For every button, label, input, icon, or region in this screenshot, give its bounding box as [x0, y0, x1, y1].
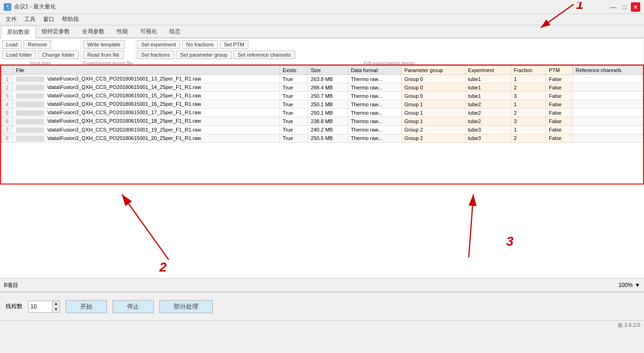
set-parameter-group-button[interactable]: Set parameter group [176, 51, 232, 59]
tab-group-params[interactable]: 组特定参数 [36, 25, 76, 38]
table-row[interactable]: 5 \data\Fusion3_QXH_CCS_PO20180615001_17… [1, 109, 643, 117]
col-header-ref: Reference channels [573, 66, 643, 75]
cell-exists: True [279, 75, 307, 83]
no-fractions-button[interactable]: No fractions [182, 40, 218, 49]
set-ptm-button[interactable]: Set PTM [220, 40, 248, 49]
close-button[interactable]: ✕ [631, 2, 640, 12]
set-experiment-button[interactable]: Set experiment [137, 40, 180, 49]
bottom-panel: 线程数 ▲ ▼ 开始 停止 部分处理 [0, 292, 644, 320]
maximize-button[interactable]: □ [620, 2, 629, 12]
table-row[interactable]: 3 \data\Fusion3_QXH_CCS_PO20180615001_15… [1, 92, 643, 100]
items-count: 8项目 [4, 281, 18, 289]
write-template-button[interactable]: Write template [83, 40, 125, 49]
toolbar-row-6: Set fractions Set parameter group Set re… [137, 50, 642, 60]
status-bar: 8项目 100% ▼ [0, 278, 644, 292]
cell-file: \data\Fusion3_QXH_CCS_PO20180615001_13_2… [13, 75, 280, 83]
load-button[interactable]: Load [2, 40, 22, 49]
tab-performance[interactable]: 性能 [111, 25, 134, 38]
cell-group: Group 0 [401, 92, 465, 100]
start-button[interactable]: 开始 [66, 300, 107, 313]
cell-size: 263.8 MB [308, 75, 348, 83]
cell-experiment: tube1 [465, 75, 511, 83]
table-row[interactable]: 2 \data\Fusion3_QXH_CCS_PO20180615001_14… [1, 83, 643, 92]
cell-format: Thermo raw... [348, 125, 401, 134]
cell-exists: True [279, 109, 307, 117]
cell-ptm: False [546, 134, 573, 142]
table-row[interactable]: 7 \data\Fusion3_QXH_CCS_PO20180615001_19… [1, 125, 643, 134]
cell-format: Thermo raw... [348, 75, 401, 83]
annotation-area: 2 3 [0, 184, 644, 278]
cell-format: Thermo raw... [348, 83, 401, 92]
spin-up-button[interactable]: ▲ [52, 301, 60, 307]
tab-visualization[interactable]: 可视化 [134, 25, 163, 38]
cell-ref [573, 100, 643, 109]
cell-ref [573, 83, 643, 92]
partial-process-button[interactable]: 部分处理 [159, 300, 213, 313]
cell-ptm: False [546, 83, 573, 92]
cell-group: Group 0 [401, 75, 465, 83]
cell-exists: True [279, 83, 307, 92]
title-bar: 🔬 会议1 - 最大量化 — □ ✕ [0, 0, 644, 14]
cell-ptm: False [546, 109, 573, 117]
data-table: File Exists Size Data format Parameter g… [1, 66, 643, 143]
app-icon: 🔬 [4, 3, 11, 11]
cell-group: Group 0 [401, 83, 465, 92]
spin-down-button[interactable]: ▼ [52, 307, 60, 312]
cell-ptm: False [546, 125, 573, 134]
cell-file: \data\Fusion3_QXH_CCS_PO20180615001_16_2… [13, 100, 280, 109]
set-fractions-button[interactable]: Set fractions [137, 51, 174, 59]
cell-ref [573, 125, 643, 134]
cell-fraction: 3 [511, 117, 546, 125]
table-body: 1 \data\Fusion3_QXH_CCS_PO20180615001_13… [1, 75, 643, 143]
menu-file[interactable]: 文件 [2, 15, 21, 24]
cell-experiment: tube2 [465, 109, 511, 117]
toolbar-row-3: Write template [83, 39, 133, 50]
cell-ref [573, 117, 643, 125]
col-header-exists: Exists [279, 66, 307, 75]
row-number: 8 [1, 134, 13, 142]
toolbar-section-input: Load Remove Load folder Change folder In… [0, 38, 81, 64]
load-folder-button[interactable]: Load folder [2, 51, 36, 59]
row-number: 6 [1, 117, 13, 125]
svg-line-5 [122, 194, 169, 260]
row-number: 4 [1, 100, 13, 109]
cell-size: 240.2 MB [308, 125, 348, 134]
cell-exists: True [279, 134, 307, 142]
tab-config[interactable]: 组态 [163, 25, 187, 38]
read-from-file-button[interactable]: Read from file [83, 51, 123, 59]
cell-file: \data\Fusion3_QXH_CCS_PO20180615001_19_2… [13, 125, 280, 134]
col-header-fraction: Fraction [511, 66, 546, 75]
cell-size: 238.8 MB [308, 117, 348, 125]
zoom-dropdown-icon[interactable]: ▼ [635, 282, 640, 288]
table-row[interactable]: 1 \data\Fusion3_QXH_CCS_PO20180615001_13… [1, 75, 643, 83]
thread-label: 线程数 [6, 302, 22, 310]
cell-experiment: tube3 [465, 134, 511, 142]
table-row[interactable]: 4 \data\Fusion3_QXH_CCS_PO20180615001_16… [1, 100, 643, 109]
menu-window[interactable]: 窗口 [39, 15, 58, 24]
tab-raw-data[interactable]: 原始数据 [1, 26, 36, 38]
cell-exists: True [279, 125, 307, 134]
menu-tools[interactable]: 工具 [21, 15, 39, 24]
tab-global-params[interactable]: 全局参数 [76, 25, 111, 38]
remove-button[interactable]: Remove [23, 40, 51, 49]
table-row[interactable]: 8 \data\Fusion3_QXH_CCS_PO20180615001_20… [1, 134, 643, 142]
toolbar-row-1: Load Remove [2, 39, 79, 50]
table-wrapper[interactable]: File Exists Size Data format Parameter g… [0, 65, 644, 184]
cell-format: Thermo raw... [348, 117, 401, 125]
stop-button[interactable]: 停止 [112, 300, 154, 313]
table-row[interactable]: 6 \data\Fusion3_QXH_CCS_PO20180615001_18… [1, 117, 643, 125]
cell-fraction: 2 [511, 109, 546, 117]
title-bar-controls: — □ ✕ [608, 2, 640, 12]
col-header-ptm: PTM [546, 66, 573, 75]
minimize-button[interactable]: — [608, 2, 618, 12]
set-reference-channels-button[interactable]: Set reference channels [233, 51, 295, 59]
cell-group: Group 2 [401, 134, 465, 142]
thread-input[interactable] [29, 301, 52, 312]
cell-ref [573, 134, 643, 142]
change-folder-button[interactable]: Change folder [38, 51, 79, 59]
menu-help[interactable]: 帮助我 [58, 15, 82, 24]
annotations-svg: 2 3 [0, 185, 644, 279]
content-wrapper: File Exists Size Data format Parameter g… [0, 65, 644, 278]
cell-ptm: False [546, 92, 573, 100]
cell-ref [573, 75, 643, 83]
